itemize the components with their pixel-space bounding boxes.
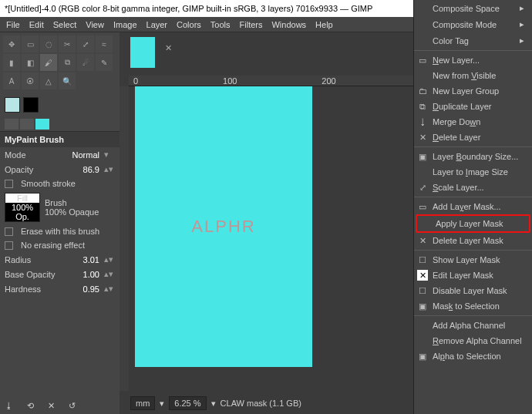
menu-new-from-visible[interactable]: New from Visible	[414, 68, 532, 83]
menu-color-tag[interactable]: Color Tag▸	[414, 32, 532, 49]
menu-add-alpha: Add Alpha Channel	[414, 318, 532, 333]
menu-duplicate-layer[interactable]: ⧉Duplicate Layer	[414, 99, 532, 114]
tool-bucket[interactable]: ▮	[3, 54, 20, 71]
tool-transform[interactable]: ⤢	[77, 35, 94, 52]
menu-disable-mask[interactable]: ☐Disable Layer Mask	[414, 283, 532, 298]
tool-mybrush[interactable]: 🖌	[40, 54, 57, 71]
erase-brush[interactable]: Erase with this brush	[0, 224, 120, 238]
tool-crop[interactable]: ✂	[59, 35, 76, 52]
left-dock: ✥ ▭ ◌ ✂ ⤢ ≈ ▮ ◧ 🖌 ⧉ ☄ ✎ A ⦿ △ 🔍 MyPaint …	[0, 32, 120, 414]
status-info: CLAW mask (1.1 GB)	[221, 399, 301, 408]
menu-image[interactable]: Image	[113, 20, 137, 29]
ruler-vertical	[120, 86, 129, 391]
checkbox-checked-icon: ✕	[417, 270, 428, 281]
menu-add-mask: ▭Add Layer Mask...	[414, 199, 532, 214]
no-erasing[interactable]: No erasing effect	[0, 238, 120, 252]
delete-preset-icon[interactable]: ✕	[48, 401, 55, 411]
menu-delete-layer[interactable]: ✕Delete Layer	[414, 130, 532, 145]
menu-edit-mask[interactable]: ✕Edit Layer Mask	[414, 268, 532, 283]
tool-clone[interactable]: ⧉	[59, 54, 76, 71]
menu-file[interactable]: File	[6, 20, 20, 29]
tab-options[interactable]	[5, 119, 19, 130]
status-bar: mm▾ 6.25 %▾ CLAW mask (1.1 GB)	[130, 395, 439, 411]
menu-merge-down[interactable]: ⭣Merge Down	[414, 114, 532, 130]
menu-remove-alpha[interactable]: Remove Alpha Channel	[414, 333, 532, 348]
brush-thumb[interactable]: Fill 100% Op.	[5, 193, 40, 222]
tool-warp[interactable]: ≈	[96, 35, 113, 52]
menu-boundary-size[interactable]: ▣Layer Boundary Size...	[414, 149, 532, 164]
save-preset-icon[interactable]: ⭳	[5, 401, 13, 411]
brush-desc: 100% Opaque	[45, 207, 115, 217]
merge-icon: ⭣	[417, 116, 428, 127]
spin-icon[interactable]: ▴▾	[104, 269, 115, 279]
add-mask-icon: ▭	[417, 201, 428, 212]
bg-color[interactable]	[23, 97, 39, 113]
boundary-icon: ▣	[417, 151, 428, 162]
spin-icon[interactable]: ▴▾	[104, 284, 115, 294]
hardness-value[interactable]: 0.95	[72, 284, 99, 294]
tool-smudge[interactable]: ☄	[77, 54, 94, 71]
menu-new-layer[interactable]: ▭New Layer...	[414, 52, 532, 68]
menu-alpha-to-selection[interactable]: ▣Alpha to Selection	[414, 348, 532, 364]
menu-help[interactable]: Help	[315, 20, 333, 29]
mode-value[interactable]: Normal	[72, 150, 99, 160]
tab-device[interactable]	[20, 119, 34, 130]
menu-layer[interactable]: Layer	[146, 20, 168, 29]
menu-edit[interactable]: Edit	[29, 20, 44, 29]
menu-windows[interactable]: Windows	[271, 20, 306, 29]
menu-select[interactable]: Select	[53, 20, 77, 29]
canvas[interactable]: ALPHR	[135, 86, 312, 367]
tab-image[interactable]	[35, 119, 49, 130]
window-title: *[Untitled]-4.0 (RGB color 8-bit gamma i…	[5, 4, 458, 13]
group-icon: 🗀	[417, 86, 428, 96]
unit-dropdown[interactable]: mm	[130, 396, 155, 410]
menu-scale-layer[interactable]: ⤢Scale Layer...	[414, 180, 532, 195]
tool-title: MyPaint Brush	[0, 132, 120, 147]
document-tab[interactable]	[130, 37, 155, 68]
menu-delete-mask[interactable]: ✕Delete Layer Mask	[414, 233, 532, 248]
menu-show-mask[interactable]: ☐Show Layer Mask	[414, 252, 532, 268]
canvas-area: ✕ 0 100 200 300 ALPHR mm▾ 6.25 %▾ CLAW m…	[120, 32, 444, 414]
smooth-stroke[interactable]: Smooth stroke	[0, 177, 120, 190]
menu-tools[interactable]: Tools	[210, 20, 231, 29]
tab-close-icon[interactable]: ✕	[161, 43, 175, 57]
menu-apply-mask[interactable]: Apply Layer Mask	[417, 216, 529, 231]
reset-icon[interactable]: ↺	[69, 401, 76, 411]
tool-measure[interactable]: △	[40, 72, 57, 89]
tool-zoom[interactable]: 🔍	[59, 72, 76, 89]
hardness-label: Hardness	[5, 284, 67, 294]
dropdown-icon[interactable]: ▾	[160, 399, 164, 409]
restore-preset-icon[interactable]: ⟲	[27, 401, 34, 411]
tool-move[interactable]: ✥	[3, 35, 20, 52]
duplicate-icon: ⧉	[417, 101, 428, 112]
opacity-spin-icon[interactable]: ▴▾	[104, 164, 115, 174]
checkbox-icon: ☐	[417, 254, 428, 265]
delete-icon: ✕	[417, 132, 428, 143]
tool-path[interactable]: ✎	[96, 54, 113, 71]
menu-new-group[interactable]: 🗀New Layer Group	[414, 83, 532, 99]
tool-options-tabs	[0, 117, 120, 132]
tool-free-select[interactable]: ◌	[40, 35, 57, 52]
opacity-value[interactable]: 86.9	[72, 165, 99, 174]
ruler-horizontal: 0 100 200 300	[129, 76, 439, 86]
fg-color[interactable]	[5, 97, 20, 113]
baseop-value[interactable]: 1.00	[72, 270, 99, 279]
mode-dropdown-icon[interactable]: ▾	[104, 150, 115, 160]
tool-picker[interactable]: ⦿	[22, 72, 39, 89]
baseop-label: Base Opacity	[5, 270, 67, 279]
tool-rect-select[interactable]: ▭	[22, 35, 39, 52]
menu-composite-mode[interactable]: Composite Mode▸	[414, 16, 532, 32]
menu-composite-space[interactable]: Composite Space▸	[414, 0, 532, 16]
zoom-dropdown[interactable]: 6.25 %	[169, 396, 206, 410]
spin-icon[interactable]: ▴▾	[104, 254, 115, 264]
menu-view[interactable]: View	[86, 20, 104, 29]
tool-text[interactable]: A	[3, 72, 20, 89]
watermark: ALPHR	[191, 217, 255, 237]
radius-value[interactable]: 3.01	[72, 255, 99, 264]
menu-filters[interactable]: Filters	[240, 20, 263, 29]
menu-mask-to-selection[interactable]: ▣Mask to Selection	[414, 298, 532, 314]
menu-to-image-size[interactable]: Layer to Image Size	[414, 164, 532, 180]
menu-colors[interactable]: Colors	[177, 20, 201, 29]
dropdown-icon[interactable]: ▾	[211, 399, 216, 409]
tool-gradient[interactable]: ◧	[22, 54, 39, 71]
